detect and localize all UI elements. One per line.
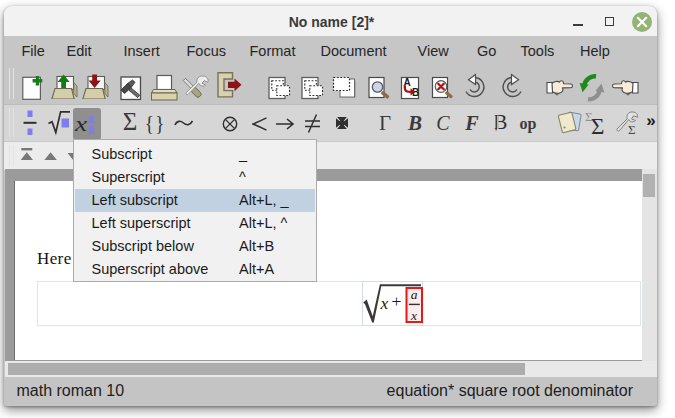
svg-text:a: a — [411, 286, 418, 301]
svg-text:Σ: Σ — [591, 114, 604, 138]
svg-text:x: x — [410, 307, 417, 322]
svg-text:+: + — [392, 290, 402, 310]
svg-text:x: x — [379, 292, 388, 312]
svg-text:Σ: Σ — [628, 122, 636, 137]
